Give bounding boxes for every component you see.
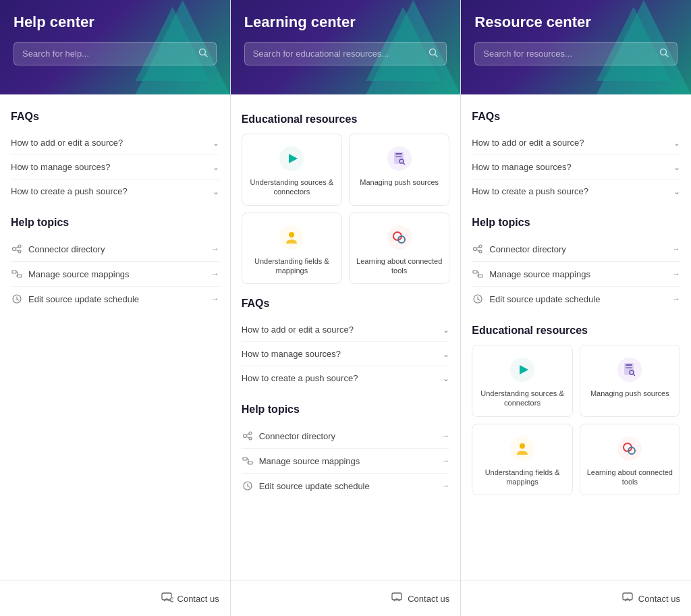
- tools-icon: [386, 224, 413, 251]
- topic-connector-directory[interactable]: Connector directory →: [242, 424, 450, 449]
- topic-update-schedule[interactable]: Edit source update schedule →: [11, 287, 219, 311]
- learning-title: Learning center: [244, 13, 447, 31]
- svg-line-53: [477, 250, 480, 251]
- svg-rect-7: [12, 271, 16, 273]
- resource-search-input[interactable]: [483, 49, 659, 59]
- edu-card-push-sources[interactable]: Managing push sources: [580, 345, 680, 417]
- resource-title: Resource center: [474, 13, 678, 31]
- connector-icon: [11, 243, 23, 255]
- learning-topics-section: Help topics Connector direc: [242, 401, 450, 498]
- clock-icon: [11, 293, 23, 305]
- resource-edu-title: Educational resources: [472, 325, 680, 337]
- svg-rect-55: [478, 275, 482, 277]
- svg-point-33: [243, 435, 246, 438]
- help-center-panel: Help center FAQs How to add or edit a so…: [0, 0, 231, 616]
- doc-search-icon: [386, 145, 413, 172]
- edu-card-fields-mappings[interactable]: Understanding fields & mappings: [242, 213, 342, 285]
- edu-card-sources-connectors[interactable]: Understanding sources & connectors: [242, 134, 342, 206]
- topic-connector-directory[interactable]: Connector directory →: [11, 237, 219, 262]
- faq-item[interactable]: How to add or edit a source? ⌄: [11, 131, 219, 155]
- chevron-down-icon: ⌄: [443, 374, 449, 383]
- help-title: Help center: [13, 13, 217, 31]
- learning-contact-label: Contact us: [408, 594, 449, 604]
- search-icon: [659, 48, 669, 59]
- learning-contact-footer[interactable]: Contact us: [231, 580, 461, 616]
- svg-line-52: [477, 247, 480, 248]
- svg-point-29: [289, 232, 294, 237]
- svg-point-51: [479, 250, 482, 253]
- topic-manage-mappings[interactable]: Manage source mappings →: [11, 262, 219, 287]
- resource-faq-list: How to add or edit a source? ⌄ How to ma…: [472, 131, 680, 203]
- faq-item[interactable]: How to create a push source? ⌄: [472, 179, 680, 203]
- edu-card-sources-connectors[interactable]: Understanding sources & connectors: [472, 345, 572, 417]
- svg-point-2: [13, 248, 16, 251]
- svg-rect-39: [248, 461, 252, 464]
- faq-item[interactable]: How to add or edit a source? ⌄: [242, 318, 450, 342]
- svg-rect-25: [395, 156, 402, 157]
- learning-center-panel: Learning center Educational resources: [231, 0, 462, 616]
- mapping-icon: [11, 268, 23, 280]
- edu-card-connected-tools[interactable]: Learning about connected tools: [349, 213, 449, 285]
- svg-rect-66: [626, 364, 632, 366]
- resource-contact-footer[interactable]: Contact us: [461, 580, 691, 616]
- faq-item[interactable]: How to manage sources? ⌄: [242, 342, 450, 366]
- faq-item[interactable]: How to add or edit a source? ⌄: [472, 131, 680, 155]
- topic-manage-mappings[interactable]: Manage source mappings →: [242, 449, 450, 474]
- connector-icon: [472, 243, 484, 255]
- tools-icon: [616, 435, 643, 462]
- svg-rect-24: [395, 153, 402, 155]
- person-icon: [278, 224, 305, 251]
- person-icon: [509, 435, 536, 462]
- svg-line-19: [435, 55, 438, 57]
- svg-line-14: [17, 300, 19, 301]
- arrow-right-icon: →: [211, 294, 219, 304]
- arrow-right-icon: →: [441, 481, 449, 491]
- play-icon: [509, 356, 536, 383]
- svg-point-71: [520, 443, 525, 449]
- learning-search-bar[interactable]: [244, 42, 447, 65]
- panels-container: Help center FAQs How to add or edit a so…: [0, 0, 691, 616]
- play-icon: [278, 145, 305, 172]
- learning-faq-title: FAQs: [242, 298, 450, 310]
- clock-icon: [242, 480, 254, 492]
- help-search-bar[interactable]: [13, 42, 217, 65]
- resource-search-bar[interactable]: [474, 42, 678, 65]
- svg-rect-8: [18, 275, 22, 277]
- faq-item[interactable]: How to create a push source? ⌄: [242, 366, 450, 390]
- learning-search-input[interactable]: [253, 49, 429, 59]
- topic-update-schedule[interactable]: Edit source update schedule →: [242, 474, 450, 498]
- learning-edu-title: Educational resources: [242, 113, 450, 125]
- faq-item[interactable]: How to manage sources? ⌄: [11, 155, 219, 179]
- svg-point-50: [479, 245, 482, 248]
- edu-card-push-sources[interactable]: Managing push sources: [349, 134, 449, 206]
- contact-icon: !: [161, 592, 173, 605]
- resource-topics-section: Help topics Connector direc: [472, 214, 680, 311]
- svg-line-61: [478, 300, 480, 301]
- chevron-down-icon: ⌄: [673, 163, 680, 172]
- help-contact-footer[interactable]: ! Contact us: [0, 580, 230, 616]
- help-topics-section: Help topics Connector direc: [11, 214, 219, 311]
- clock-icon: [472, 293, 484, 305]
- topic-manage-mappings[interactable]: Manage source mappings →: [472, 262, 680, 287]
- help-faq-title: FAQs: [11, 111, 219, 123]
- svg-rect-54: [473, 271, 477, 273]
- chevron-down-icon: ⌄: [213, 187, 219, 196]
- svg-line-6: [16, 250, 18, 251]
- help-search-input[interactable]: [22, 49, 198, 59]
- chevron-down-icon: ⌄: [443, 349, 449, 359]
- learning-topics-title: Help topics: [242, 403, 450, 416]
- resource-topics-title: Help topics: [472, 217, 680, 229]
- topic-update-schedule[interactable]: Edit source update schedule →: [472, 287, 680, 311]
- resource-header: Resource center: [461, 0, 691, 94]
- edu-card-connected-tools[interactable]: Learning about connected tools: [580, 424, 680, 496]
- arrow-right-icon: →: [211, 269, 219, 279]
- search-icon: [429, 48, 438, 59]
- chevron-down-icon: ⌄: [443, 325, 449, 335]
- svg-rect-67: [626, 367, 632, 368]
- faq-item[interactable]: How to manage sources? ⌄: [472, 155, 680, 179]
- faq-item[interactable]: How to create a push source? ⌄: [11, 179, 219, 203]
- svg-line-45: [248, 486, 250, 488]
- edu-card-fields-mappings[interactable]: Understanding fields & mappings: [472, 424, 572, 496]
- resource-faq-title: FAQs: [472, 111, 680, 123]
- topic-connector-directory[interactable]: Connector directory →: [472, 237, 680, 262]
